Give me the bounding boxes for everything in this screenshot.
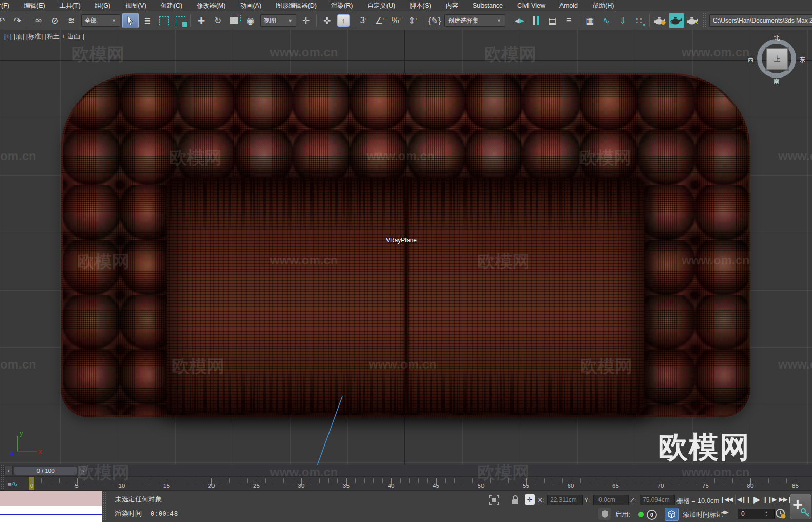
menu-item-0[interactable]: 文件(F) xyxy=(0,0,16,11)
slate-material-editor-icon[interactable]: ∷✕ xyxy=(631,13,647,28)
keyboard-override-icon[interactable]: ↑ xyxy=(336,13,351,28)
mirror-icon[interactable]: ◀▶ xyxy=(512,13,527,28)
select-object-icon[interactable] xyxy=(122,13,139,28)
track-bar[interactable]: ≡∿ 0510152025303540455055606570758085 xyxy=(0,476,812,491)
frame-spinner[interactable]: ▴▾ xyxy=(763,509,769,518)
drag-handle[interactable] xyxy=(0,465,4,476)
ruler-tick xyxy=(400,478,401,483)
add-time-tag-label[interactable]: 添加时间标记 xyxy=(683,510,723,519)
next-frame-button[interactable]: › xyxy=(79,466,87,475)
selection-filter-dropdown[interactable]: 全部▼ xyxy=(81,14,120,27)
menu-item-9[interactable]: 渲染(R) xyxy=(324,0,360,11)
render-production-icon[interactable] xyxy=(685,13,701,28)
spinner-snap-icon[interactable]: ⇕⌐ xyxy=(406,13,421,28)
listener-script-row[interactable] xyxy=(0,506,102,522)
lock-selection-icon[interactable] xyxy=(511,495,519,505)
viewcube-top-face[interactable]: 上 xyxy=(766,48,788,70)
caddy-controls-icon[interactable] xyxy=(598,508,611,520)
layer-explorer-icon[interactable]: ≡ xyxy=(561,13,576,28)
redo-icon[interactable]: ↷ xyxy=(10,13,25,28)
ruler-tick xyxy=(688,478,688,483)
next-frame-button[interactable]: ❙❙▶ xyxy=(763,493,776,506)
select-and-place-icon[interactable]: ◉ xyxy=(243,13,258,28)
ruler-tick xyxy=(634,478,634,483)
window-crossing-toggle-icon[interactable] xyxy=(172,13,188,28)
time-slider[interactable]: 0 / 100 xyxy=(14,467,77,475)
menu-item-8[interactable]: 图形编辑器(D) xyxy=(268,0,324,11)
menu-item-6[interactable]: 修改器(M) xyxy=(189,0,233,11)
menu-item-10[interactable]: 自定义(U) xyxy=(360,0,402,11)
schematic-view-icon[interactable]: ⇓ xyxy=(615,13,630,28)
menu-item-2[interactable]: 工具(T) xyxy=(52,0,88,11)
zero-badge-icon[interactable]: 0 xyxy=(647,510,657,520)
axis-z-label: z xyxy=(10,449,14,456)
viewport-top[interactable]: VRayPlane [+] [顶] [标准] [粘土 + 边面 ] 上 北 南 … xyxy=(0,30,812,466)
undo-icon[interactable]: ↶ xyxy=(0,13,9,28)
menu-item-5[interactable]: 创建(C) xyxy=(153,0,189,11)
z-coord-field[interactable]: 75.094cm xyxy=(640,495,675,505)
menu-item-4[interactable]: 视图(V) xyxy=(118,0,153,11)
menu-item-16[interactable]: 帮助(H) xyxy=(585,0,621,11)
key-mode-toggle[interactable]: ◀▶ xyxy=(721,509,728,515)
menu-item-3[interactable]: 组(G) xyxy=(88,0,118,11)
viewcube-south[interactable]: 南 xyxy=(774,77,780,86)
go-to-start-button[interactable]: ❙◀◀ xyxy=(719,493,733,506)
rect-selection-region-icon[interactable] xyxy=(156,13,171,28)
angle-snap-icon[interactable]: ∠⌐ xyxy=(373,13,389,28)
scene-explorer-icon[interactable]: ▤ xyxy=(545,13,560,28)
menu-item-14[interactable]: Civil View xyxy=(510,0,552,11)
y-coord-field[interactable]: -0.0cm xyxy=(593,495,629,505)
status-bar: 未选定任何对象 渲染时间 0:00:48 ✛ X: 22.311cm Y: -0… xyxy=(0,490,812,522)
select-and-manipulate-icon[interactable]: ✜ xyxy=(319,13,335,28)
mini-curve-editor-icon[interactable]: ≡∿ xyxy=(8,479,18,489)
viewport-label[interactable]: [+] [顶] [标准] [粘土 + 边面 ] xyxy=(4,32,84,41)
drag-handle[interactable] xyxy=(0,477,4,491)
isolate-selection-icon[interactable] xyxy=(489,495,500,505)
select-and-scale-icon[interactable] xyxy=(226,13,242,28)
snaps-toggle-icon[interactable]: 3⌐ xyxy=(357,13,372,28)
listener-macro-row[interactable] xyxy=(0,491,102,506)
align-icon[interactable] xyxy=(528,13,544,28)
listener-cursor-line xyxy=(0,514,102,515)
previous-frame-button[interactable]: ‹ xyxy=(4,466,13,475)
viewcube-north[interactable]: 北 xyxy=(774,34,780,43)
absolute-mode-icon[interactable]: ✛ xyxy=(525,494,535,505)
x-coord-field[interactable]: 22.311cm xyxy=(547,495,583,505)
menu-item-12[interactable]: 内容 xyxy=(438,0,466,11)
sofa-seat-cushions[interactable] xyxy=(167,178,644,413)
menu-item-11[interactable]: 脚本(S) xyxy=(402,0,438,11)
percent-snap-icon[interactable]: %⌐ xyxy=(390,13,405,28)
viewcube-west[interactable]: 西 xyxy=(748,55,754,64)
named-sets-dropdown[interactable]: 创建选择集▼ xyxy=(444,14,505,27)
maxscript-mini-listener[interactable] xyxy=(0,491,102,522)
menu-item-13[interactable]: Substance xyxy=(466,0,510,11)
previous-frame-button[interactable]: ◀❙❙ xyxy=(737,493,750,506)
set-keys-button[interactable]: + xyxy=(790,494,811,519)
select-by-name-icon[interactable]: ≣ xyxy=(140,13,155,28)
unlink-selection-icon[interactable]: ⊘ xyxy=(47,13,63,28)
viewcube-east[interactable]: 东 xyxy=(799,55,805,64)
select-and-move-icon[interactable]: ✚ xyxy=(194,13,209,28)
object-name-label[interactable]: VRayPlane xyxy=(386,237,417,244)
time-tag-cube-icon[interactable] xyxy=(665,508,679,521)
time-configuration-icon[interactable] xyxy=(775,508,786,519)
ruler-tick xyxy=(418,478,419,483)
menu-item-1[interactable]: 编辑(E) xyxy=(16,0,52,11)
named-selection-sets-icon[interactable]: {✎} xyxy=(427,13,442,28)
ruler-label: 20 xyxy=(208,482,215,489)
menu-item-7[interactable]: 动画(A) xyxy=(233,0,268,11)
menu-item-15[interactable]: Arnold xyxy=(552,0,585,11)
select-and-rotate-icon[interactable]: ↻ xyxy=(210,13,225,28)
select-and-link-icon[interactable]: ∞ xyxy=(31,13,46,28)
render-setup-icon[interactable] xyxy=(652,13,668,28)
ribbon-toggle-icon[interactable]: ▦ xyxy=(582,13,597,28)
curve-editor-icon[interactable]: ∿ xyxy=(598,13,614,28)
play-button[interactable]: ▶ xyxy=(750,493,763,506)
rendered-frame-window-icon[interactable] xyxy=(669,13,684,28)
project-path-dropdown[interactable]: C:\Users\Han\Documents\3ds Max 2022▼ xyxy=(709,14,812,27)
bind-to-space-warp-icon[interactable]: ≋ xyxy=(64,13,79,28)
drag-handle[interactable] xyxy=(103,492,106,521)
use-pivot-center-icon[interactable]: ✛ xyxy=(298,13,314,28)
reference-coordinate-dropdown[interactable]: 视图▼ xyxy=(260,14,296,27)
viewcube[interactable]: 上 北 南 东 西 xyxy=(747,35,808,84)
